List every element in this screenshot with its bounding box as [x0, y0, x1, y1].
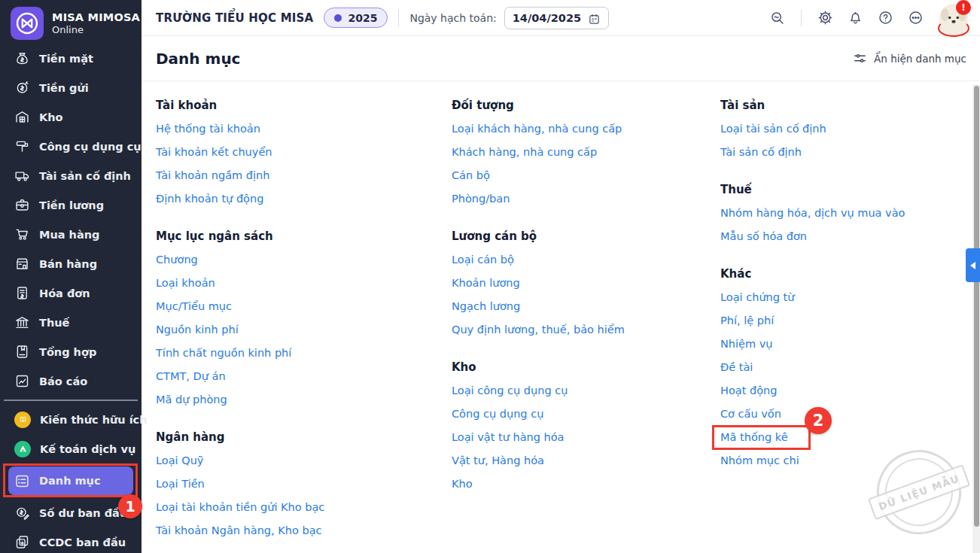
category-link[interactable]: Loại khách hàng, nhà cung cấp: [452, 117, 622, 141]
category-link[interactable]: Nguồn kinh phí: [156, 318, 239, 342]
category-link[interactable]: Đề tài: [720, 356, 753, 379]
category-link[interactable]: Loại cán bộ: [452, 248, 514, 272]
category-link[interactable]: Loại khoản: [156, 272, 215, 295]
org-name: TRƯỜNG TIỂU HỌC MISA: [156, 11, 313, 25]
tax-icon: [14, 314, 30, 330]
sidebar-item[interactable]: Kế toán dịch vụ: [0, 434, 142, 463]
category-link[interactable]: Công cụ dụng cụ: [452, 403, 543, 426]
category-link[interactable]: Hệ thống tài khoản: [156, 117, 260, 141]
category-link[interactable]: Mẫu số hóa đơn: [720, 225, 807, 248]
search-icon[interactable]: [769, 10, 785, 26]
invoice-icon: [14, 285, 30, 301]
sidebar-item-label: Thuế: [39, 317, 69, 329]
topbar-separator: [801, 10, 802, 26]
category-link[interactable]: Kho: [452, 472, 473, 496]
category-link[interactable]: Tính chất nguồn kinh phí: [156, 342, 291, 365]
category-link[interactable]: Loại vật tư hàng hóa: [452, 426, 565, 449]
sidebar-item[interactable]: Tổng hợp: [0, 337, 142, 366]
user-avatar[interactable]: [938, 20, 969, 37]
bell-icon[interactable]: [848, 10, 863, 26]
category-link-label: Mã thống kê: [720, 431, 788, 443]
category-link[interactable]: Cơ cấu vốn: [720, 403, 781, 426]
category-link[interactable]: Khoản lương: [452, 272, 520, 295]
panel-expander-button[interactable]: [966, 248, 980, 282]
category-link[interactable]: Tài khoản kết chuyển: [156, 141, 272, 164]
category-link[interactable]: Loại Quỹ: [156, 449, 203, 472]
category-link[interactable]: Định khoản tự động: [156, 187, 263, 211]
category-link[interactable]: Tài khoản Ngân hàng, Kho bạc: [156, 519, 322, 542]
sidebar-main-menu: Tiền mặtTiền gửiKhoCông cụ dụng cụTài sả…: [0, 44, 142, 396]
category-link[interactable]: Khách hàng, nhà cung cấp: [452, 141, 597, 164]
sidebar-item-label: Tiền mặt: [39, 53, 93, 65]
app-edition: Online: [52, 24, 140, 36]
category-link[interactable]: Nhóm hàng hóa, dịch vụ mua vào: [720, 202, 905, 225]
category-link[interactable]: Chương: [156, 248, 198, 272]
scrollbar-thumb[interactable]: [974, 86, 979, 527]
category-link[interactable]: Loại tài khoản tiền gửi Kho bạc: [156, 496, 324, 519]
category-link[interactable]: Loại công cụ dụng cụ: [452, 379, 568, 403]
category-link[interactable]: Cán bộ: [452, 164, 490, 187]
sidebar-item[interactable]: Mua hàng: [0, 220, 142, 249]
calendar-icon: [588, 11, 601, 24]
category-link[interactable]: Quy định lương, thuế, bảo hiểm: [452, 318, 625, 342]
category-link[interactable]: Loại tài sản cố định: [720, 117, 826, 141]
app-logo-row[interactable]: MISA MIMOSA Online: [0, 0, 142, 44]
sidebar-item[interactable]: Báo cáo: [0, 366, 142, 396]
category-icon: [14, 473, 30, 489]
toggle-categories-button[interactable]: Ẩn hiện danh mục: [853, 51, 966, 65]
sidebar-item[interactable]: Kho: [0, 102, 142, 132]
sidebar-item[interactable]: Bán hàng: [0, 249, 142, 278]
category-group-title: Mục lục ngân sách: [156, 229, 434, 244]
category-link[interactable]: Mục/Tiểu mục: [156, 295, 232, 318]
category-link[interactable]: Nhiệm vụ: [720, 333, 773, 356]
sidebar-item[interactable]: Công cụ dụng cụ: [0, 132, 142, 161]
category-column-3: Tài sảnLoại tài sản cố địnhTài sản cố đị…: [720, 98, 976, 491]
category-group: Mục lục ngân sáchChươngLoại khoảnMục/Tiể…: [156, 229, 434, 412]
category-link[interactable]: Vật tư, Hàng hóa: [452, 449, 544, 472]
category-link[interactable]: Tài sản cố định: [720, 141, 802, 164]
category-group-title: Tài khoản: [156, 98, 434, 113]
fiscal-year-pill[interactable]: 2025: [324, 8, 388, 28]
sidebar-item[interactable]: Tiền gửi: [0, 73, 142, 102]
sidebar-item[interactable]: Tiền lương: [0, 190, 142, 220]
category-link[interactable]: Ngạch lương: [452, 295, 520, 318]
category-group: Đối tượngLoại khách hàng, nhà cung cấpKh…: [452, 98, 708, 211]
sidebar-item[interactable]: Hóa đơn: [0, 278, 142, 308]
category-group-title: Khác: [720, 266, 976, 281]
category-link[interactable]: Mã dự phòng: [156, 388, 227, 412]
category-link[interactable]: Loại Tiền: [156, 472, 205, 496]
category-link[interactable]: Nhóm mục chi: [720, 449, 799, 472]
category-group-title: Ngân hàng: [156, 430, 434, 445]
category-link[interactable]: Tài khoản ngầm định: [156, 164, 269, 187]
sidebar-item[interactable]: Kiến thức hữu ích: [0, 405, 142, 434]
sidebar-item[interactable]: Thuế: [0, 308, 142, 337]
category-link[interactable]: Phòng/ban: [452, 187, 510, 211]
service-icon: [14, 441, 31, 457]
category-link[interactable]: Hoạt động: [720, 379, 777, 403]
category-link[interactable]: Mã thống kê2: [720, 426, 788, 449]
posting-date-field[interactable]: 14/04/2025: [504, 7, 609, 29]
app-name: MISA MIMOSA: [52, 11, 140, 24]
sidebar-item-selected[interactable]: Danh mục: [8, 466, 133, 495]
tools-icon: [14, 138, 30, 154]
category-link[interactable]: CTMT, Dự án: [156, 365, 226, 388]
sidebar-item[interactable]: Tài sản cố định: [0, 161, 142, 190]
category-group-title: Thuế: [720, 182, 976, 197]
topbar: TRƯỜNG TIỂU HỌC MISA 2025 Ngày hạch toán…: [142, 0, 980, 36]
sidebar-item-label: Số dư ban đầu: [39, 507, 127, 519]
sidebar-item[interactable]: CCDC ban đầu: [0, 527, 142, 553]
sidebar-item[interactable]: Tiền mặt: [0, 44, 142, 73]
category-column-1: Tài khoảnHệ thống tài khoảnTài khoản kết…: [156, 98, 434, 553]
category-group-title: Lương cán bộ: [452, 229, 708, 244]
gear-icon[interactable]: [817, 10, 833, 26]
help-icon[interactable]: [878, 10, 893, 26]
category-link[interactable]: Loại chứng từ: [720, 286, 794, 309]
more-icon[interactable]: [908, 10, 924, 26]
warehouse-icon: [14, 109, 30, 125]
sidebar-utility-menu: Kiến thức hữu íchKế toán dịch vụ: [0, 405, 142, 463]
categories-content: Tài khoảnHệ thống tài khoảnTài khoản kết…: [142, 81, 980, 553]
deposit-icon: [14, 80, 30, 96]
category-link[interactable]: Phí, lệ phí: [720, 309, 774, 333]
sidebar-item-selected-wrap: Danh mục: [0, 463, 142, 498]
sidebar: MISA MIMOSA Online Tiền mặtTiền gửiKhoCô…: [0, 0, 142, 553]
